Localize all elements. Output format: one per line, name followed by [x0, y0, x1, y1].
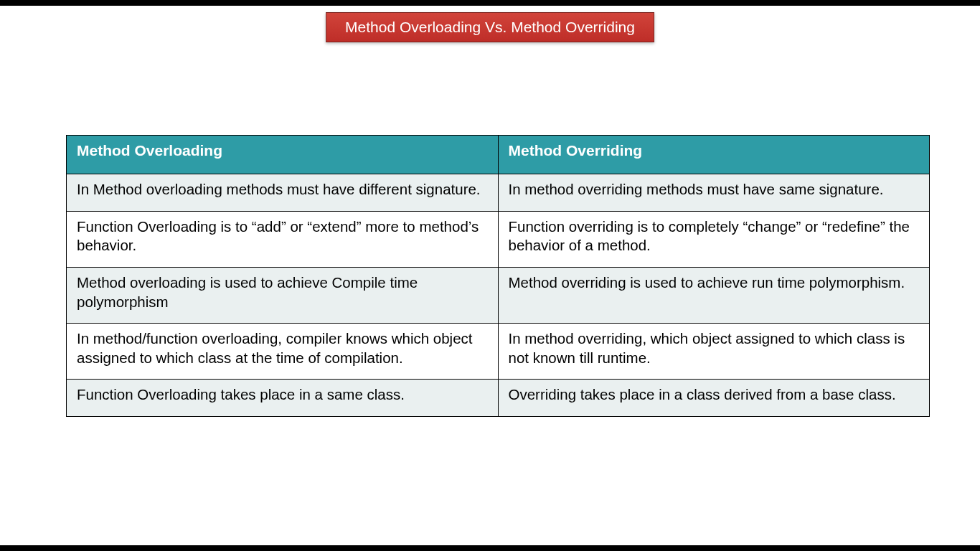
- table-row: Method overloading is used to achieve Co…: [67, 267, 930, 323]
- bottom-black-bar: [0, 545, 980, 551]
- cell-overriding: Function overriding is to completely “ch…: [498, 211, 930, 267]
- table-row: Function Overloading takes place in a sa…: [67, 380, 930, 417]
- table-row: In method/function overloading, compiler…: [67, 324, 930, 380]
- top-black-bar: [0, 0, 980, 6]
- table-body: In Method overloading methods must have …: [67, 174, 930, 417]
- slide-title: Method Overloading Vs. Method Overriding: [326, 12, 654, 42]
- cell-overriding: In method overriding methods must have s…: [498, 174, 930, 212]
- cell-overriding: Method overriding is used to achieve run…: [498, 267, 930, 323]
- comparison-table: Method Overloading Method Overriding In …: [66, 135, 930, 417]
- header-overloading: Method Overloading: [67, 136, 499, 174]
- table-row: In Method overloading methods must have …: [67, 174, 930, 212]
- cell-overloading: In Method overloading methods must have …: [67, 174, 499, 212]
- cell-overriding: In method overriding, which object assig…: [498, 324, 930, 380]
- cell-overloading: In method/function overloading, compiler…: [67, 324, 499, 380]
- table-header-row: Method Overloading Method Overriding: [67, 136, 930, 174]
- header-overriding: Method Overriding: [498, 136, 930, 174]
- cell-overloading: Method overloading is used to achieve Co…: [67, 267, 499, 323]
- cell-overriding: Overriding takes place in a class derive…: [498, 380, 930, 417]
- cell-overloading: Function Overloading is to “add” or “ext…: [67, 211, 499, 267]
- cell-overloading: Function Overloading takes place in a sa…: [67, 380, 499, 417]
- table-row: Function Overloading is to “add” or “ext…: [67, 211, 930, 267]
